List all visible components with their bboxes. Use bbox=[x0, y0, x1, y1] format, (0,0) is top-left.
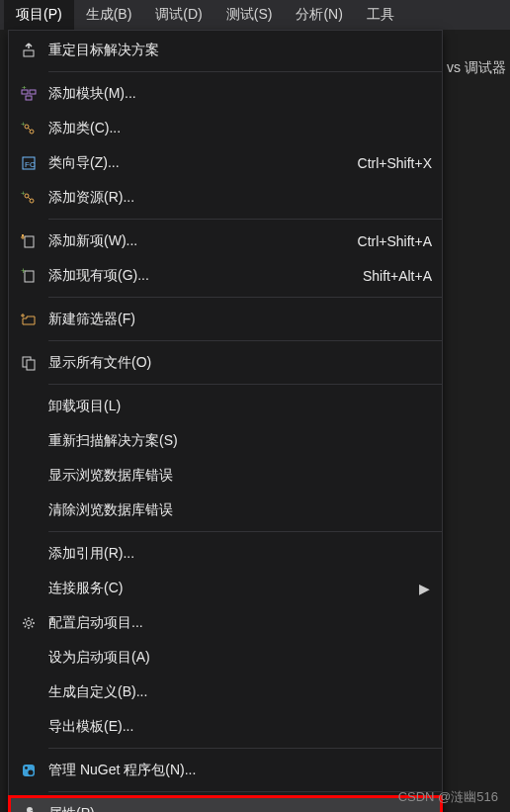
menu-properties[interactable]: 属性(P) bbox=[9, 796, 442, 812]
menu-item-label: 类向导(Z)... bbox=[48, 154, 338, 172]
menu-item-label: 生成自定义(B)... bbox=[48, 683, 432, 701]
svg-text:+: + bbox=[21, 190, 26, 198]
menu-item-label: 属性(P) bbox=[48, 805, 432, 813]
svg-rect-0 bbox=[24, 50, 34, 56]
menu-add-resource[interactable]: + 添加资源(R)... bbox=[9, 180, 442, 215]
menu-item-label: 配置启动项目... bbox=[48, 614, 432, 632]
menu-item-label: 添加资源(R)... bbox=[48, 189, 432, 207]
watermark: CSDN @涟幽516 bbox=[398, 788, 498, 806]
menu-build-customizations[interactable]: 生成自定义(B)... bbox=[9, 675, 442, 709]
menu-tools[interactable]: 工具 bbox=[355, 0, 406, 30]
menu-item-label: 导出模板(E)... bbox=[48, 718, 432, 736]
menu-add-reference[interactable]: 添加引用(R)... bbox=[9, 536, 442, 571]
menu-separator bbox=[48, 384, 442, 385]
menu-clear-browse-db-errors[interactable]: 清除浏览数据库错误 bbox=[9, 493, 442, 527]
add-resource-icon: + bbox=[9, 190, 48, 206]
add-module-icon: + bbox=[9, 86, 48, 102]
svg-line-7 bbox=[28, 128, 31, 131]
menu-item-shortcut: Ctrl+Shift+X bbox=[338, 155, 432, 171]
class-wizard-icon: FC bbox=[9, 155, 48, 171]
menu-separator bbox=[48, 340, 442, 341]
gear-icon bbox=[9, 615, 48, 631]
nuget-icon bbox=[9, 763, 48, 778]
menu-analyze[interactable]: 分析(N) bbox=[284, 0, 354, 30]
project-dropdown: 重定目标解决方案 + 添加模块(M)... + 添加类(C)... FC 类向导… bbox=[8, 30, 443, 812]
menu-item-label: 添加类(C)... bbox=[48, 120, 432, 137]
background-text: vs 调试器 bbox=[447, 59, 506, 77]
svg-rect-15 bbox=[25, 236, 34, 247]
menu-set-as-startup[interactable]: 设为启动项目(A) bbox=[9, 640, 442, 675]
menu-add-new-item[interactable]: 添加新项(W)... Ctrl+Shift+A bbox=[9, 224, 442, 258]
existing-item-icon: + bbox=[9, 268, 48, 284]
menu-configure-startup[interactable]: 配置启动项目... bbox=[9, 605, 442, 640]
menu-build[interactable]: 生成(B) bbox=[74, 0, 144, 30]
menu-show-all-files[interactable]: 显示所有文件(O) bbox=[9, 345, 442, 380]
svg-point-22 bbox=[25, 767, 28, 769]
new-item-icon bbox=[9, 233, 48, 249]
menubar: 项目(P) 生成(B) 调试(D) 测试(S) 分析(N) 工具 bbox=[0, 0, 510, 30]
menu-add-existing-item[interactable]: + 添加现有项(G)... Shift+Alt+A bbox=[9, 258, 442, 293]
svg-rect-21 bbox=[23, 765, 35, 776]
svg-rect-2 bbox=[30, 90, 36, 94]
menu-item-label: 显示浏览数据库错误 bbox=[48, 467, 432, 485]
svg-text:+: + bbox=[21, 121, 26, 129]
svg-point-20 bbox=[27, 620, 32, 625]
menu-item-label: 重新扫描解决方案(S) bbox=[48, 432, 432, 450]
menu-separator bbox=[48, 531, 442, 532]
menu-item-shortcut: Shift+Alt+A bbox=[343, 268, 432, 284]
svg-text:+: + bbox=[22, 86, 27, 92]
svg-rect-16 bbox=[25, 271, 34, 282]
new-filter-icon bbox=[9, 312, 48, 327]
menu-item-label: 添加新项(W)... bbox=[48, 232, 338, 250]
menu-item-label: 连接服务(C) bbox=[48, 580, 416, 597]
menu-item-label: 卸载项目(L) bbox=[48, 398, 432, 415]
svg-text:+: + bbox=[21, 268, 26, 276]
menu-rescan-solution[interactable]: 重新扫描解决方案(S) bbox=[9, 423, 442, 458]
menu-retarget-solution[interactable]: 重定目标解决方案 bbox=[9, 33, 442, 67]
menu-separator bbox=[48, 219, 442, 220]
menu-add-module[interactable]: + 添加模块(M)... bbox=[9, 76, 442, 111]
menu-connected-services[interactable]: 连接服务(C) ▶ bbox=[9, 571, 442, 605]
menu-test[interactable]: 测试(S) bbox=[214, 0, 285, 30]
add-class-icon: + bbox=[9, 121, 48, 136]
menu-project[interactable]: 项目(P) bbox=[4, 0, 74, 30]
svg-line-13 bbox=[28, 197, 31, 200]
menu-item-label: 清除浏览数据库错误 bbox=[48, 501, 432, 519]
svg-rect-19 bbox=[27, 360, 35, 370]
svg-rect-3 bbox=[26, 96, 32, 100]
retarget-icon bbox=[9, 43, 48, 58]
menu-unload-project[interactable]: 卸载项目(L) bbox=[9, 389, 442, 423]
menu-separator bbox=[48, 791, 442, 792]
svg-point-23 bbox=[28, 769, 33, 774]
show-all-icon bbox=[9, 355, 48, 371]
wrench-icon bbox=[9, 806, 48, 813]
menu-separator bbox=[48, 748, 442, 749]
menu-show-browse-db-errors[interactable]: 显示浏览数据库错误 bbox=[9, 458, 442, 493]
menu-manage-nuget[interactable]: 管理 NuGet 程序包(N)... bbox=[9, 753, 442, 787]
menu-class-wizard[interactable]: FC 类向导(Z)... Ctrl+Shift+X bbox=[9, 145, 442, 180]
menu-item-label: 添加模块(M)... bbox=[48, 85, 432, 103]
menu-item-label: 显示所有文件(O) bbox=[48, 354, 432, 372]
menu-item-label: 管理 NuGet 程序包(N)... bbox=[48, 762, 432, 779]
menu-item-shortcut: Ctrl+Shift+A bbox=[338, 233, 432, 249]
menu-separator bbox=[48, 71, 442, 72]
menu-separator bbox=[48, 297, 442, 298]
chevron-right-icon: ▶ bbox=[416, 581, 432, 596]
menu-item-label: 添加现有项(G)... bbox=[48, 267, 343, 285]
menu-add-class[interactable]: + 添加类(C)... bbox=[9, 111, 442, 145]
menu-item-label: 重定目标解决方案 bbox=[48, 42, 432, 59]
menu-item-label: 新建筛选器(F) bbox=[48, 311, 432, 328]
svg-text:FC: FC bbox=[25, 160, 36, 169]
menu-debug[interactable]: 调试(D) bbox=[143, 0, 213, 30]
menu-item-label: 添加引用(R)... bbox=[48, 545, 432, 563]
menu-item-label: 设为启动项目(A) bbox=[48, 649, 432, 667]
menu-new-filter[interactable]: 新建筛选器(F) bbox=[9, 302, 442, 336]
menu-export-template[interactable]: 导出模板(E)... bbox=[9, 709, 442, 744]
